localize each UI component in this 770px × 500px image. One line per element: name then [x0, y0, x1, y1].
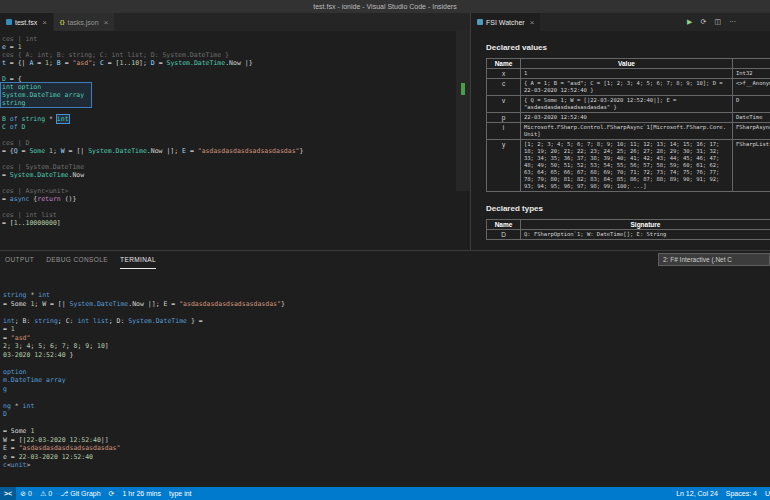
code-token: =	[3, 325, 11, 333]
code-line: W = [|22-03-2020 12:52:40|]	[3, 436, 770, 445]
panel-tab-output[interactable]: OUTPUT	[5, 251, 34, 269]
code-token: ..	[18, 219, 26, 227]
code-token: of	[10, 123, 18, 131]
remote-indicator[interactable]: ><	[0, 487, 16, 500]
code-token: g	[3, 385, 7, 393]
code-token: ()}	[61, 195, 77, 203]
status-label: Spaces: 4	[726, 490, 757, 497]
code-token: ;	[19, 342, 27, 350]
code-line: = 1	[3, 325, 770, 334]
tab-tasks-json[interactable]: {}tasks.json×	[54, 13, 115, 31]
problems-errors-icon: ⊘	[20, 490, 26, 498]
tab-test-fsx[interactable]: test.fsx×	[0, 13, 54, 31]
sync-icon[interactable]: ⟳	[105, 487, 119, 500]
status-label: type int	[169, 490, 192, 497]
column-header	[733, 59, 770, 69]
code-token: *	[11, 402, 23, 410]
code-token: "asdasdasdasdsadsasdasdas"	[179, 300, 281, 308]
code-token: 03-2020 12:52:40	[3, 351, 66, 359]
column-header: Signature	[521, 220, 770, 230]
close-icon[interactable]: ×	[104, 18, 109, 27]
code-line: D = {	[2, 75, 470, 83]
name-cell: i	[487, 123, 521, 140]
code-line: = async {return ()}	[2, 195, 470, 203]
editor-content[interactable]: ces | inte = 1ces { A: int; B: string; C…	[0, 31, 470, 227]
code-token: 10	[131, 59, 139, 67]
cursor-position[interactable]: Ln 12, Col 24	[672, 487, 722, 500]
fsi-watcher-icon	[477, 19, 483, 25]
value-cell: Int32	[733, 69, 770, 79]
code-token: System.DateTime	[10, 171, 69, 179]
panel-tab-terminal[interactable]: TERMINAL	[120, 251, 156, 269]
status-label: Git Graph	[70, 490, 100, 497]
code-line: C of D	[2, 123, 470, 131]
split-editor-icon[interactable]: ◫	[714, 18, 721, 26]
code-token: ;	[54, 342, 62, 350]
highlighted-word: int	[57, 115, 69, 123]
value-cell: { Q = Some 1; W = [|22-03-2020 12:52:40|…	[521, 96, 733, 113]
code-token: 22-03-2020 12:52:40	[26, 436, 100, 444]
code-line: int option	[2, 83, 470, 91]
problems-warnings[interactable]: ⚠0	[36, 487, 56, 500]
code-token: System.DateTime array	[2, 91, 84, 99]
git-graph[interactable]: ⎇Git Graph	[56, 487, 104, 500]
close-icon[interactable]: ×	[42, 18, 47, 27]
code-line	[2, 107, 470, 115]
panel-tab-debug-console[interactable]: DEBUG CONSOLE	[46, 251, 108, 269]
column-header: Value	[521, 59, 733, 69]
code-line: 2; 3; 4; 5; 6; 7; 8; 9; 10]	[3, 342, 770, 351]
run-icon[interactable]: ▶	[687, 18, 692, 26]
code-token: System.DateTime	[166, 59, 225, 67]
status-label: 0	[28, 490, 32, 497]
editor-group[interactable]: ces | inte = 1ces { A: int; B: string; C…	[0, 31, 470, 250]
code-token: unit	[11, 461, 27, 469]
indentation[interactable]: Spaces: 4	[722, 487, 761, 500]
status-label: U	[765, 490, 770, 497]
name-cell: v	[487, 96, 521, 113]
fsharp-file-icon	[6, 19, 12, 25]
close-icon[interactable]: ×	[530, 18, 535, 27]
terminal-picker-dropdown[interactable]: 2: F# Interactive (.Net C	[658, 253, 770, 266]
code-token: ; B:	[15, 317, 35, 325]
terminal-output[interactable]: string * int= Some 1; W = [| System.Date…	[0, 269, 770, 487]
name-cell: x	[487, 69, 521, 79]
code-token: "asd"	[73, 59, 93, 67]
status-bar: ><⊘0⚠0⎇Git Graph⟳1 hr 26 minstype int Ln…	[0, 487, 770, 500]
code-token: int	[3, 317, 15, 325]
bottom-panel: OUTPUTDEBUG CONSOLETERMINAL 2: F# Intera…	[0, 250, 770, 487]
code-line: ces | System.DateTime	[2, 163, 470, 171]
code-token: .Now |];	[147, 147, 182, 155]
title-bar[interactable]: test.fsx - ionide - Visual Studio Code -…	[0, 0, 770, 13]
code-line: option	[3, 368, 770, 377]
table-header-row: NameSignature	[487, 220, 770, 230]
json-file-icon: {}	[60, 19, 65, 25]
encoding[interactable]: U	[761, 487, 770, 500]
value-cell: 1	[521, 69, 733, 79]
problems-warnings-icon: ⚠	[40, 490, 46, 498]
code-token: int	[77, 317, 89, 325]
code-line: ces { A: int; B: string; C: int list; D:…	[2, 51, 470, 59]
code-token: ces { A: int; B: string; C: int list; D:…	[2, 51, 229, 59]
value-cell: 22-03-2020 12:52:40	[521, 113, 733, 123]
refresh-icon[interactable]: ⟳	[701, 18, 707, 26]
time-tracker[interactable]: 1 hr 26 mins	[118, 487, 165, 500]
code-line: = [1..10000000]	[2, 219, 470, 227]
code-line: e = 22-03-2020 12:52:40	[3, 453, 770, 462]
type-hint[interactable]: type int	[165, 487, 196, 500]
code-token: W = [|	[3, 436, 26, 444]
sync-icon-icon: ⟳	[109, 490, 115, 498]
code-line: m.DateTime array	[3, 376, 770, 385]
name-cell: y	[487, 140, 521, 192]
code-line	[3, 359, 770, 368]
more-actions-icon[interactable]: ⋯	[729, 18, 736, 26]
column-header: Name	[487, 220, 521, 230]
status-label: Ln 12, Col 24	[676, 490, 718, 497]
code-token: async	[10, 195, 30, 203]
editor-tab-bar: test.fsx×{}tasks.json× FSI Watcher× ▶⟳◫⋯	[0, 13, 770, 31]
problems-errors[interactable]: ⊘0	[16, 487, 36, 500]
value-cell: FSharpList`1	[733, 140, 770, 192]
tab-fsi-watcher[interactable]: FSI Watcher×	[471, 13, 541, 31]
code-token: = Some	[3, 300, 30, 308]
code-token: =	[3, 334, 11, 342]
declared-values-heading: Declared values	[486, 43, 770, 52]
